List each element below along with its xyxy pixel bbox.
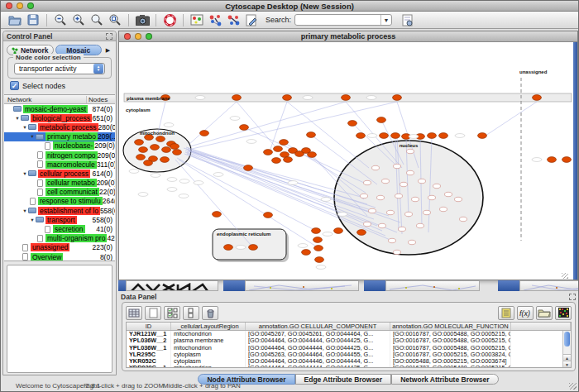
- disclosure-triangle-icon[interactable]: ▼: [29, 218, 36, 222]
- network-node[interactable]: [232, 95, 242, 101]
- float-panel-icon[interactable]: [106, 33, 112, 40]
- zoom-out-icon[interactable]: [51, 12, 69, 28]
- delete-attribute-icon[interactable]: [202, 306, 218, 320]
- network-node-unselected[interactable]: [440, 207, 447, 211]
- network-node[interactable]: [312, 228, 321, 234]
- tree-header-network[interactable]: Network: [4, 96, 87, 103]
- network-node-unselected[interactable]: [419, 179, 426, 183]
- network-node[interactable]: [562, 157, 572, 163]
- network-node-unselected[interactable]: [428, 195, 436, 199]
- network-node-unselected[interactable]: [364, 180, 371, 184]
- network-node[interactable]: [151, 145, 160, 151]
- network-node[interactable]: [200, 131, 209, 136]
- network-node-unselected[interactable]: [407, 149, 414, 153]
- network-node-unselected[interactable]: [433, 184, 441, 188]
- network-tree-row[interactable]: response to stimulu264(0): [4, 197, 115, 206]
- import-network-icon[interactable]: [206, 12, 224, 28]
- network-node[interactable]: [240, 125, 249, 131]
- network-node-unselected[interactable]: [445, 192, 452, 196]
- minimized-window-preview[interactable]: [385, 280, 480, 291]
- network-node[interactable]: [144, 160, 153, 166]
- network-canvas[interactable]: plasma membrane cytoplasm mitochondrion …: [119, 42, 577, 273]
- network-snapshot-icon[interactable]: [133, 12, 151, 28]
- network-node[interactable]: [264, 213, 273, 218]
- disclosure-triangle-icon[interactable]: ▼: [22, 125, 28, 130]
- network-node[interactable]: [308, 152, 317, 158]
- tree-header-nodes[interactable]: Nodes: [87, 96, 115, 103]
- network-node[interactable]: [139, 147, 148, 153]
- network-node[interactable]: [428, 133, 437, 139]
- network-node[interactable]: [342, 95, 351, 101]
- network-node[interactable]: [313, 237, 323, 243]
- network-node-unselected[interactable]: [372, 165, 380, 170]
- help-icon[interactable]: [160, 12, 179, 28]
- network-tree-row[interactable]: mosaic-demo-yeast874(0): [4, 104, 115, 113]
- network-tree-row[interactable]: unassigned223(0): [4, 243, 115, 252]
- column-header[interactable]: annotation.GO MOLECULAR_FUNCTION: [390, 323, 511, 330]
- network-zoom-button[interactable]: [146, 33, 152, 40]
- network-node[interactable]: [391, 133, 400, 139]
- zoom-window-button[interactable]: [27, 2, 34, 9]
- combobox-stepper-icon[interactable]: ▲▼: [93, 64, 103, 74]
- minimized-window-preview[interactable]: [126, 280, 218, 291]
- network-node[interactable]: [548, 157, 557, 163]
- network-node[interactable]: [156, 136, 165, 142]
- open-file-icon[interactable]: [6, 12, 24, 28]
- network-node[interactable]: [377, 117, 386, 123]
- network-node[interactable]: [334, 228, 343, 234]
- network-node-unselected[interactable]: [412, 197, 419, 201]
- minimized-window-icon[interactable]: [364, 280, 385, 291]
- disclosure-triangle-icon[interactable]: ▼: [22, 171, 28, 176]
- vizmapper-view-icon[interactable]: [188, 12, 206, 28]
- network-tree-row[interactable]: ▼cellular process614(0): [4, 169, 115, 178]
- network-resize-grip[interactable]: [562, 273, 568, 279]
- network-node[interactable]: [135, 140, 144, 146]
- network-tree-row[interactable]: ▼transport558(0): [4, 215, 115, 224]
- close-window-button[interactable]: [6, 2, 12, 9]
- network-tree-row[interactable]: secretion41(0): [4, 224, 115, 233]
- network-minimize-button[interactable]: [135, 33, 141, 40]
- minimized-window-icon[interactable]: [498, 280, 519, 291]
- network-node-unselected[interactable]: [455, 197, 462, 201]
- network-tree-row[interactable]: macromolecule311(0): [4, 160, 115, 169]
- network-node[interactable]: [393, 95, 402, 101]
- modify-network-icon[interactable]: [224, 12, 242, 28]
- attribute-matrix-icon[interactable]: [555, 306, 572, 320]
- attribute-table-row[interactable]: YDR039C__1mitochondrion[GO:0044464, GO:0…: [127, 365, 571, 368]
- attribute-notes-icon[interactable]: [498, 306, 514, 320]
- attribute-table-row[interactable]: YKR052Ccytoplasm[GO:0044464, GO:0044446,…: [127, 358, 571, 365]
- network-node[interactable]: [213, 212, 222, 218]
- network-node[interactable]: [348, 121, 357, 127]
- function-builder-icon[interactable]: f(x): [517, 306, 534, 320]
- zoom-fit-content-icon[interactable]: [88, 12, 106, 28]
- search-dropdown-arrow-icon[interactable]: ▼: [380, 15, 391, 25]
- network-node[interactable]: [274, 146, 283, 152]
- network-tree-row[interactable]: cell communicat22(0): [4, 188, 115, 197]
- zoom-in-icon[interactable]: [69, 12, 88, 28]
- network-tree-row[interactable]: ▼biological_process651(0): [4, 113, 115, 122]
- network-node[interactable]: [264, 150, 273, 155]
- network-node[interactable]: [380, 133, 389, 139]
- network-node-unselected[interactable]: [407, 170, 414, 174]
- network-node-unselected[interactable]: [379, 223, 386, 227]
- network-node-unselected[interactable]: [382, 179, 390, 183]
- attribute-table-row[interactable]: YPL036W__2plasma membrane[GO:0044464, GO…: [127, 337, 571, 344]
- table-scrollbar[interactable]: ▲ ▼: [562, 331, 571, 367]
- minimized-window-preview[interactable]: [245, 280, 359, 291]
- scroll-up-icon[interactable]: ▲: [563, 354, 571, 361]
- annotations-icon[interactable]: [242, 12, 261, 28]
- network-node-unselected[interactable]: [364, 222, 371, 226]
- search-input[interactable]: [295, 15, 380, 25]
- network-close-button[interactable]: [124, 33, 131, 40]
- disclosure-triangle-icon[interactable]: ▼: [22, 208, 28, 213]
- network-node[interactable]: [244, 165, 253, 171]
- network-tree-row[interactable]: nitrogen compo209(0): [4, 151, 115, 160]
- network-node-unselected[interactable]: [417, 223, 424, 227]
- network-node[interactable]: [283, 95, 292, 101]
- network-node[interactable]: [136, 155, 146, 160]
- network-tree-row[interactable]: ▼establishment of lo558(0): [4, 206, 115, 215]
- network-node[interactable]: [439, 133, 448, 139]
- select-all-attributes-icon[interactable]: [164, 306, 180, 320]
- select-nodes-checkbox[interactable]: ✓: [10, 81, 19, 90]
- attribute-select-icon[interactable]: [126, 306, 142, 320]
